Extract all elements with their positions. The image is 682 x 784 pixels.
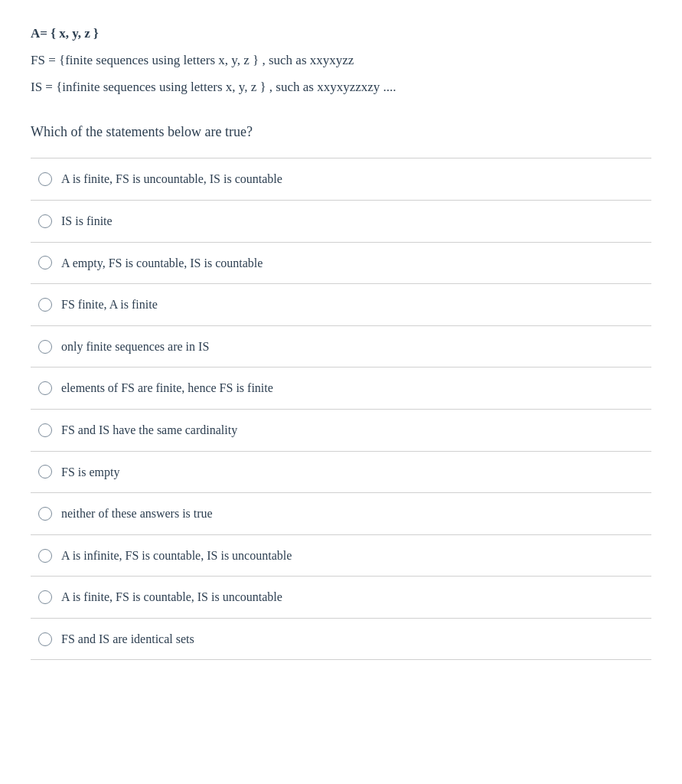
- radio-9[interactable]: [38, 507, 52, 521]
- option-item-11[interactable]: A is finite, FS is countable, IS is unco…: [31, 577, 651, 619]
- option-text-7: FS and IS have the same cardinality: [61, 420, 237, 440]
- options-list: A is finite, FS is uncountable, IS is co…: [31, 158, 651, 660]
- radio-2[interactable]: [38, 214, 52, 228]
- radio-1[interactable]: [38, 172, 52, 186]
- option-text-9: neither of these answers is true: [61, 504, 213, 524]
- option-item-3[interactable]: A empty, FS is countable, IS is countabl…: [31, 243, 651, 285]
- option-item-8[interactable]: FS is empty: [31, 452, 651, 494]
- option-item-12[interactable]: FS and IS are identical sets: [31, 619, 651, 661]
- option-text-3: A empty, FS is countable, IS is countabl…: [61, 253, 263, 273]
- option-text-4: FS finite, A is finite: [61, 295, 158, 315]
- option-text-11: A is finite, FS is countable, IS is unco…: [61, 587, 282, 607]
- option-item-5[interactable]: only finite sequences are in IS: [31, 326, 651, 368]
- radio-7[interactable]: [38, 423, 52, 437]
- question-label: Which of the statements below are true?: [31, 121, 651, 143]
- radio-11[interactable]: [38, 590, 52, 604]
- option-text-1: A is finite, FS is uncountable, IS is co…: [61, 169, 282, 189]
- radio-4[interactable]: [38, 298, 52, 312]
- option-text-2: IS is finite: [61, 211, 113, 231]
- radio-5[interactable]: [38, 340, 52, 354]
- radio-8[interactable]: [38, 465, 52, 479]
- option-text-5: only finite sequences are in IS: [61, 337, 209, 357]
- option-item-9[interactable]: neither of these answers is true: [31, 493, 651, 535]
- radio-10[interactable]: [38, 549, 52, 563]
- radio-6[interactable]: [38, 381, 52, 395]
- option-item-2[interactable]: IS is finite: [31, 201, 651, 243]
- option-text-12: FS and IS are identical sets: [61, 629, 194, 649]
- option-item-4[interactable]: FS finite, A is finite: [31, 284, 651, 326]
- radio-12[interactable]: [38, 632, 52, 646]
- definition-IS: IS = {infinite sequences using letters x…: [31, 77, 651, 97]
- option-text-6: elements of FS are finite, hence FS is f…: [61, 378, 273, 398]
- option-text-10: A is infinite, FS is countable, IS is un…: [61, 546, 292, 566]
- option-item-10[interactable]: A is infinite, FS is countable, IS is un…: [31, 535, 651, 577]
- option-item-7[interactable]: FS and IS have the same cardinality: [31, 410, 651, 452]
- option-text-8: FS is empty: [61, 462, 119, 482]
- label-A: A= { x, y, z }: [31, 26, 99, 41]
- radio-3[interactable]: [38, 256, 52, 270]
- option-item-6[interactable]: elements of FS are finite, hence FS is f…: [31, 368, 651, 410]
- definition-A: A= { x, y, z }: [31, 23, 651, 44]
- option-item-1[interactable]: A is finite, FS is uncountable, IS is co…: [31, 158, 651, 201]
- definitions-section: A= { x, y, z } FS = {finite sequences us…: [31, 23, 651, 98]
- definition-FS: FS = {finite sequences using letters x, …: [31, 50, 651, 70]
